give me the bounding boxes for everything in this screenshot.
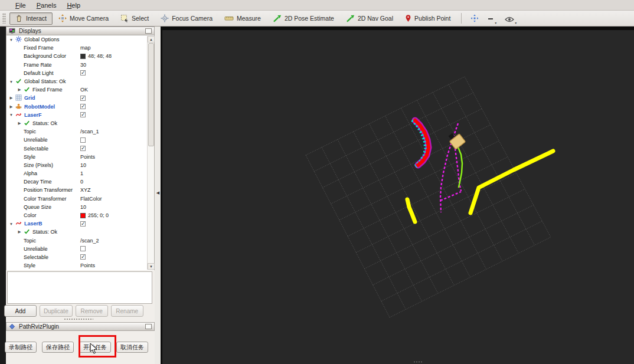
scrollbar-up-icon[interactable]: ▲	[148, 36, 155, 42]
displays-float-button[interactable]	[145, 28, 152, 34]
tool-measure[interactable]: Measure	[218, 12, 267, 25]
expander-right-icon[interactable]: ▶	[9, 96, 14, 100]
toolbar-separator	[461, 13, 462, 24]
tool-2d-pose-estimate[interactable]: 2D Pose Estimate	[267, 12, 340, 25]
tree-label: Global Status: Ok	[24, 78, 66, 84]
tree-row-size-pixels-[interactable]: Size (Pixels)10	[6, 161, 154, 169]
remove-tool-button[interactable]: ▾	[483, 12, 501, 25]
value-text: Points	[80, 263, 95, 268]
expander-down-icon[interactable]: ▼	[9, 80, 14, 84]
tool-interact[interactable]: Interact	[9, 12, 53, 25]
expander-right-icon[interactable]: ▶	[17, 121, 22, 126]
expander-down-icon[interactable]: ▼	[9, 113, 14, 117]
tree-row-global-options[interactable]: ▼Global Options	[6, 35, 154, 44]
tree-row-grid[interactable]: ▶Grid✓	[6, 94, 154, 102]
tool-2d-nav-goal[interactable]: 2D Nav Goal	[340, 12, 399, 25]
tool-label: Measure	[237, 15, 261, 22]
tree-row-laserf[interactable]: ▼LaserF✓	[6, 111, 154, 119]
scrollbar-thumb[interactable]	[148, 43, 154, 146]
tree-row-selectable[interactable]: Selectable✓	[6, 144, 154, 152]
tool-label: Publish Point	[414, 15, 450, 22]
displays-panel-title: Displays	[19, 28, 142, 34]
tree-row-status-ok[interactable]: ▶Status: Ok	[6, 119, 154, 127]
tool-label: 2D Pose Estimate	[285, 15, 334, 22]
tree-row-background-color[interactable]: Background Color48; 48; 48	[6, 52, 154, 60]
tree-row-frame-rate[interactable]: Frame Rate30	[6, 61, 154, 69]
tree-row-color[interactable]: Color255; 0; 0	[6, 211, 154, 219]
tree-row-decay-time[interactable]: Decay Time0	[6, 178, 154, 186]
path-button-2[interactable]: 开始任务	[79, 342, 111, 353]
menu-file[interactable]: File	[11, 1, 31, 9]
checkbox[interactable]	[80, 137, 86, 143]
tree-row-fixed-frame[interactable]: Fixed Framemap	[6, 44, 154, 52]
tree-label: Size (Pixels)	[24, 162, 53, 168]
tree-label: RobotModel	[24, 104, 55, 110]
checkbox[interactable]: ✓	[80, 146, 86, 151]
displays-panel-header[interactable]: Displays	[6, 27, 155, 35]
path-button-1[interactable]: 保存路径	[42, 342, 74, 353]
tree-row-topic[interactable]: Topic/scan_1	[6, 127, 154, 136]
menu-bar: FilePanelsHelp	[0, 0, 634, 11]
displays-button-3[interactable]: Rename	[111, 305, 143, 317]
tree-row-topic[interactable]: Topic/scan_2	[6, 237, 154, 245]
tree-row-fixed-frame[interactable]: ▶Fixed FrameOK	[6, 86, 154, 94]
expander-right-icon[interactable]: ▶	[17, 229, 22, 234]
checkbox[interactable]: ✓	[80, 254, 86, 260]
path-button-3[interactable]: 取消任务	[116, 342, 148, 353]
checkbox[interactable]: ✓	[80, 112, 86, 117]
displays-button-2[interactable]: Remove	[76, 305, 108, 317]
value-text: map	[80, 45, 91, 51]
tree-label: Position Transformer	[24, 187, 73, 193]
menu-panels[interactable]: Panels	[32, 1, 61, 9]
tree-row-queue-size[interactable]: Queue Size10	[6, 203, 154, 211]
tree-row-selectable[interactable]: Selectable✓	[6, 253, 154, 261]
color-swatch[interactable]	[80, 54, 86, 59]
displays-button-1[interactable]: Duplicate	[40, 305, 73, 317]
path-plugin-float-button[interactable]	[145, 324, 152, 329]
tree-label: Color	[24, 212, 37, 218]
checkbox[interactable]: ✓	[80, 221, 86, 227]
expander-down-icon[interactable]: ▼	[9, 38, 14, 42]
tree-row-color-transformer[interactable]: Color TransformerFlatColor	[6, 195, 154, 203]
toolbar: InteractMove CameraSelectFocus CameraMea…	[0, 11, 634, 27]
tree-row-position-transformer[interactable]: Position TransformerXYZ	[6, 186, 154, 194]
tree-label: Grid	[24, 95, 35, 101]
tree-row-unreliable[interactable]: Unreliable	[6, 136, 154, 144]
tree-row-robotmodel[interactable]: ▶RobotModel✓	[6, 103, 154, 111]
tool-properties-eye-button[interactable]: ▾	[501, 12, 521, 25]
path-button-0[interactable]: 录制路径	[5, 342, 37, 353]
scrollbar-down-icon[interactable]: ▼	[148, 263, 155, 270]
3d-viewport[interactable]	[161, 27, 634, 364]
tool-select[interactable]: Select	[115, 12, 155, 25]
expander-right-icon[interactable]: ▶	[17, 87, 22, 92]
tool-publish-point[interactable]: Publish Point	[399, 12, 456, 25]
displays-button-0[interactable]: Add	[4, 305, 37, 317]
panel-collapse-handle[interactable]: ◀	[155, 188, 161, 198]
checkbox[interactable]	[80, 246, 86, 251]
laser-icon	[15, 220, 22, 227]
tree-row-laserb[interactable]: ▼LaserB✓	[6, 219, 154, 228]
tool-move-camera[interactable]: Move Camera	[53, 12, 115, 25]
checkbox[interactable]: ✓	[80, 104, 86, 109]
checkbox[interactable]: ✓	[80, 70, 86, 76]
caret-down-icon: ▾	[515, 21, 517, 25]
color-swatch[interactable]	[80, 213, 86, 218]
panel-splitter-handle[interactable]	[64, 318, 93, 320]
path-plugin-panel-header[interactable]: PathRvizPlugin	[6, 322, 155, 331]
toolbar-grip[interactable]	[2, 13, 6, 24]
tree-row-unreliable[interactable]: Unreliable	[6, 245, 154, 253]
tree-row-default-light[interactable]: Default Light✓	[6, 69, 154, 77]
tree-row-alpha[interactable]: Alpha1	[6, 169, 154, 178]
viewport-bottom-grip[interactable]	[413, 361, 423, 363]
tree-row-global-status-ok[interactable]: ▼Global Status: Ok	[6, 77, 154, 86]
displays-tree-scrollbar[interactable]: ▲ ▼	[147, 36, 154, 270]
add-tool-button[interactable]	[466, 12, 483, 25]
tree-row-style[interactable]: StylePoints	[6, 261, 154, 270]
checkbox[interactable]: ✓	[80, 96, 86, 101]
tool-focus-camera[interactable]: Focus Camera	[155, 12, 218, 25]
expander-down-icon[interactable]: ▼	[9, 222, 14, 226]
tree-row-style[interactable]: StylePoints	[6, 153, 154, 161]
tree-row-status-ok[interactable]: ▶Status: Ok	[6, 228, 154, 236]
expander-right-icon[interactable]: ▶	[9, 104, 14, 109]
menu-help[interactable]: Help	[62, 1, 85, 9]
